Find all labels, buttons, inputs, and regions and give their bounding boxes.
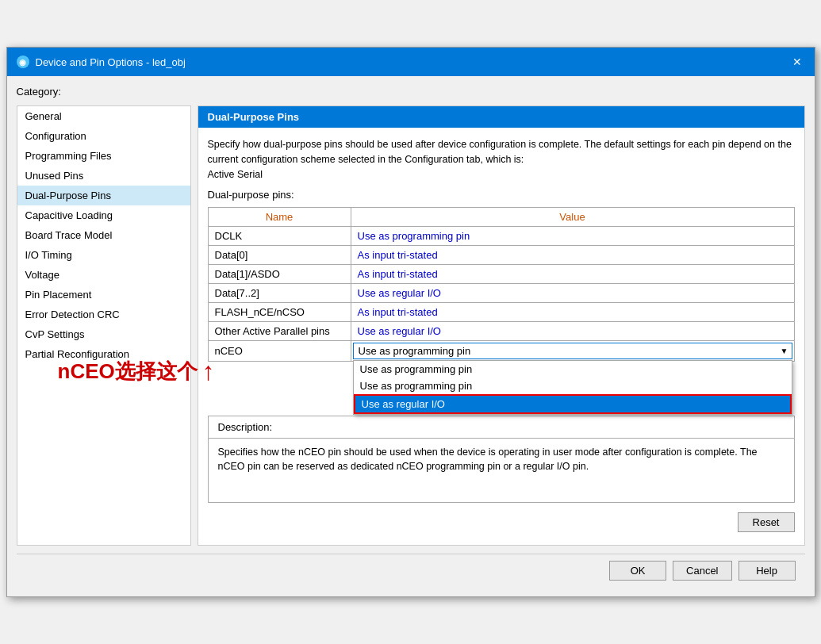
nceo-select-box[interactable]: Use as programming pin ▼ [353, 343, 792, 359]
sidebar-item-capacitive-loading[interactable]: Capacitive Loading [17, 205, 190, 225]
nceo-option-regular-io[interactable]: Use as regular I/O [354, 394, 792, 414]
annotation: nCEO选择这个 ↑ [58, 357, 215, 386]
table-wrapper: Name Value DCLK Use as programming pin [208, 207, 795, 362]
pin-name: FLASH_nCE/nCSO [208, 302, 351, 321]
sidebar-item-pin-placement[interactable]: Pin Placement [17, 285, 190, 305]
sidebar-item-programming-files[interactable]: Programming Files [17, 146, 190, 166]
category-label: Category: [17, 86, 805, 98]
sidebar-item-configuration[interactable]: Configuration [17, 126, 190, 146]
cancel-button[interactable]: Cancel [673, 561, 731, 581]
col-name: Name [208, 207, 351, 226]
dropdown-arrow-icon: ▼ [777, 345, 792, 357]
dialog-window: ◉ Device and Pin Options - led_obj ✕ Cat… [6, 47, 815, 596]
close-button[interactable]: ✕ [789, 54, 805, 70]
arrow-icon: ↑ [202, 357, 215, 386]
title-bar-left: ◉ Device and Pin Options - led_obj [17, 56, 186, 68]
pin-name: DCLK [208, 226, 351, 245]
reset-button[interactable]: Reset [738, 512, 795, 532]
nceo-option-programming[interactable]: Use as programming pin [354, 361, 792, 378]
pin-value: As input tri-stated [351, 245, 794, 264]
sidebar-item-io-timing[interactable]: I/O Timing [17, 245, 190, 265]
pin-value: Use as regular I/O [351, 321, 794, 340]
pin-value: As input tri-stated [351, 302, 794, 321]
sidebar-item-voltage[interactable]: Voltage [17, 265, 190, 285]
nceo-dropdown-wrapper: Use as programming pin ▼ Use as programm… [353, 343, 792, 359]
table-row-nceo: nCEO Use as programming pin ▼ [208, 340, 794, 361]
pin-value: Use as programming pin [351, 226, 794, 245]
pins-table: Name Value DCLK Use as programming pin [208, 207, 795, 362]
pin-name-nceo: nCEO [208, 340, 351, 361]
ok-button[interactable]: OK [609, 561, 666, 581]
table-row: Other Active Parallel pins Use as regula… [208, 321, 794, 340]
dialog-footer: OK Cancel Help [17, 554, 805, 587]
pin-name: Other Active Parallel pins [208, 321, 351, 340]
sidebar-item-unused-pins[interactable]: Unused Pins [17, 166, 190, 186]
sidebar-item-general[interactable]: General [17, 106, 190, 126]
pin-name: Data[1]/ASDO [208, 264, 351, 283]
sidebar-item-dual-purpose-pins[interactable]: Dual-Purpose Pins [17, 186, 190, 205]
description-label: Description: [209, 416, 794, 439]
nceo-dropdown-list: Use as programming pin Use as programmin… [353, 360, 792, 415]
reset-row: Reset [208, 509, 795, 535]
help-button[interactable]: Help [739, 561, 796, 581]
content-area: Dual-Purpose Pins Specify how dual-purpo… [198, 105, 805, 545]
pin-value: Use as regular I/O [351, 283, 794, 302]
table-row: DCLK Use as programming pin [208, 226, 794, 245]
sidebar-item-board-trace-model[interactable]: Board Trace Model [17, 225, 190, 245]
sidebar: General Configuration Programming Files … [17, 105, 191, 545]
dialog-icon: ◉ [17, 56, 29, 68]
intro-text: Specify how dual-purpose pins should be … [208, 137, 795, 182]
table-row: Data[0] As input tri-stated [208, 245, 794, 264]
main-content: General Configuration Programming Files … [17, 105, 805, 545]
col-value: Value [351, 207, 794, 226]
annotation-text: nCEO选择这个 [58, 358, 198, 385]
pin-name: Data[7..2] [208, 283, 351, 302]
content-header: Dual-Purpose Pins [198, 106, 804, 128]
table-row: Data[7..2] Use as regular I/O [208, 283, 794, 302]
table-row: Data[1]/ASDO As input tri-stated [208, 264, 794, 283]
description-box: Description: Specifies how the nCEO pin … [208, 416, 795, 503]
sidebar-item-cvp-settings[interactable]: CvP Settings [17, 324, 190, 344]
sidebar-item-error-detection-crc[interactable]: Error Detection CRC [17, 305, 190, 324]
title-bar: ◉ Device and Pin Options - led_obj ✕ [7, 48, 815, 76]
dual-purpose-pins-label: Dual-purpose pins: [208, 189, 795, 201]
nceo-current-value: Use as programming pin [354, 343, 777, 358]
nceo-dropdown-cell[interactable]: Use as programming pin ▼ Use as programm… [351, 340, 794, 361]
dialog-body: Category: General Configuration Programm… [7, 76, 815, 596]
description-content: Specifies how the nCEO pin should be use… [209, 439, 794, 502]
content-inner: Specify how dual-purpose pins should be … [198, 128, 804, 544]
table-row: FLASH_nCE/nCSO As input tri-stated [208, 302, 794, 321]
pin-name: Data[0] [208, 245, 351, 264]
nceo-option-programming2[interactable]: Use as programming pin [354, 378, 792, 394]
dialog-title: Device and Pin Options - led_obj [36, 56, 186, 68]
pin-value: As input tri-stated [351, 264, 794, 283]
